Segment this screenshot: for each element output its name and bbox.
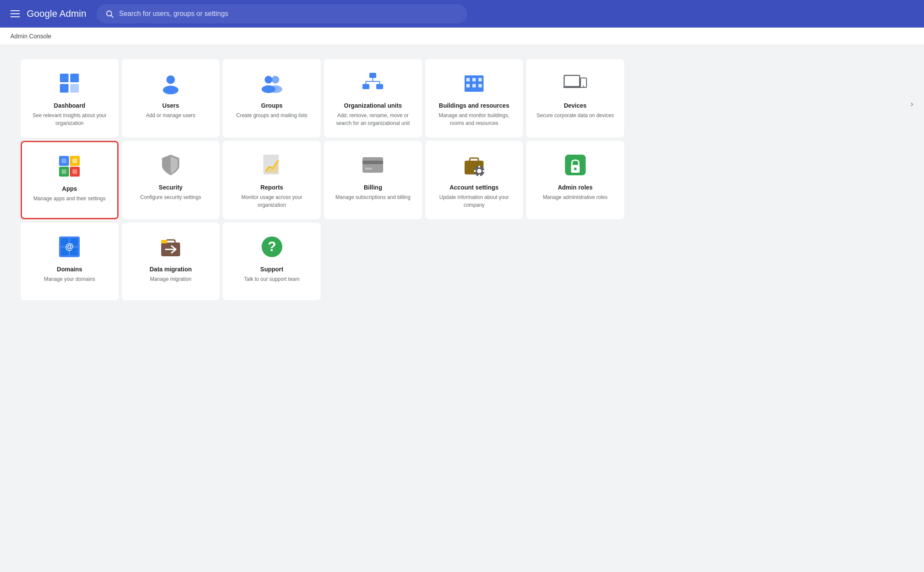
account-settings-icon bbox=[462, 153, 486, 177]
card-billing[interactable]: Billing Manage subscriptions and billing bbox=[324, 141, 422, 219]
svg-rect-49 bbox=[474, 170, 476, 172]
dashboard-icon bbox=[57, 71, 81, 95]
svg-rect-20 bbox=[466, 78, 470, 81]
dashboard-desc: See relevant insights about your organiz… bbox=[28, 112, 112, 127]
svg-rect-41 bbox=[362, 161, 383, 164]
svg-rect-61 bbox=[166, 240, 175, 244]
svg-rect-63 bbox=[161, 240, 167, 243]
svg-rect-14 bbox=[376, 84, 383, 89]
svg-rect-5 bbox=[70, 84, 79, 93]
users-icon bbox=[159, 71, 183, 95]
groups-title: Groups bbox=[261, 102, 283, 109]
devices-icon bbox=[563, 71, 587, 95]
security-title: Security bbox=[159, 184, 182, 191]
card-support[interactable]: ? Support Talk to our support team bbox=[223, 223, 321, 300]
svg-rect-48 bbox=[478, 174, 480, 176]
billing-icon bbox=[361, 153, 385, 177]
devices-desc: Secure corporate data on devices bbox=[537, 112, 614, 119]
svg-rect-34 bbox=[62, 159, 66, 163]
card-groups[interactable]: Groups Create groups and mailing lists bbox=[223, 59, 321, 137]
card-reports[interactable]: Reports Monitor usage across your organi… bbox=[223, 141, 321, 219]
support-icon: ? bbox=[260, 235, 284, 259]
org-units-icon bbox=[361, 71, 385, 95]
users-title: Users bbox=[162, 102, 179, 109]
account-settings-desc: Update information about your company bbox=[432, 193, 516, 209]
apps-icon bbox=[57, 154, 81, 178]
buildings-title: Buildings and resources bbox=[439, 102, 509, 109]
svg-rect-2 bbox=[60, 74, 69, 82]
data-migration-title: Data migration bbox=[150, 266, 192, 273]
security-icon bbox=[159, 153, 183, 177]
logo: Google Admin bbox=[27, 8, 86, 19]
svg-rect-23 bbox=[466, 84, 470, 87]
card-data-migration[interactable]: Data migration Manage migration bbox=[122, 223, 220, 300]
menu-button[interactable] bbox=[10, 10, 20, 17]
org-units-desc: Add, remove, rename, move or search for … bbox=[331, 112, 415, 127]
search-bar[interactable]: Search for users, groups or settings bbox=[97, 4, 467, 23]
svg-rect-13 bbox=[362, 84, 369, 89]
svg-point-9 bbox=[272, 76, 279, 84]
svg-point-8 bbox=[265, 76, 272, 84]
svg-text:@: @ bbox=[66, 242, 74, 251]
svg-point-53 bbox=[574, 168, 577, 170]
breadcrumb: Admin Console bbox=[10, 33, 51, 40]
svg-rect-3 bbox=[70, 74, 79, 82]
card-admin-roles[interactable]: Admin roles Manage administrative roles bbox=[526, 141, 624, 219]
svg-rect-19 bbox=[465, 75, 484, 92]
svg-rect-12 bbox=[369, 73, 376, 78]
apps-desc: Manage apps and their settings bbox=[34, 195, 106, 202]
svg-point-6 bbox=[166, 75, 175, 84]
svg-rect-26 bbox=[564, 75, 580, 87]
svg-rect-42 bbox=[365, 168, 372, 170]
card-security[interactable]: Security Configure security settings bbox=[122, 141, 220, 219]
svg-line-1 bbox=[111, 16, 113, 18]
card-domains[interactable]: @ Domains Manage your domains bbox=[21, 223, 119, 300]
users-desc: Add or manage users bbox=[146, 112, 196, 119]
svg-point-11 bbox=[268, 85, 282, 93]
card-dashboard[interactable]: Dashboard See relevant insights about yo… bbox=[21, 59, 119, 137]
account-settings-title: Account settings bbox=[450, 184, 499, 191]
svg-rect-50 bbox=[483, 170, 484, 172]
card-devices[interactable]: Devices Secure corporate data on devices bbox=[526, 59, 624, 137]
data-migration-desc: Manage migration bbox=[150, 275, 191, 283]
svg-point-29 bbox=[583, 86, 584, 87]
search-icon bbox=[105, 9, 114, 18]
data-migration-icon bbox=[159, 235, 183, 259]
card-org-units[interactable]: Organizational units Add, remove, rename… bbox=[324, 59, 422, 137]
search-placeholder-text: Search for users, groups or settings bbox=[119, 10, 228, 18]
support-desc: Talk to our support team bbox=[244, 275, 300, 283]
domains-title: Domains bbox=[57, 266, 82, 273]
apps-title: Apps bbox=[62, 185, 77, 192]
reports-icon bbox=[260, 153, 284, 177]
svg-rect-22 bbox=[478, 78, 482, 81]
sub-header: Admin Console bbox=[0, 28, 924, 45]
card-account-settings[interactable]: Account settings Update information abou… bbox=[425, 141, 523, 219]
devices-title: Devices bbox=[564, 102, 587, 109]
reports-title: Reports bbox=[260, 184, 283, 191]
svg-rect-25 bbox=[478, 84, 482, 87]
groups-icon bbox=[260, 71, 284, 95]
dashboard-title: Dashboard bbox=[54, 102, 85, 109]
svg-rect-4 bbox=[60, 84, 69, 93]
org-units-title: Organizational units bbox=[344, 102, 402, 109]
main-content: › Dashboard See relevant insights about … bbox=[0, 45, 924, 314]
card-apps[interactable]: Apps Manage apps and their settings bbox=[21, 141, 119, 219]
svg-text:?: ? bbox=[268, 239, 276, 254]
cards-row-3: @ Domains Manage your domains bbox=[21, 223, 624, 300]
admin-roles-desc: Manage administrative roles bbox=[543, 193, 608, 201]
svg-point-7 bbox=[163, 86, 178, 94]
chevron-right-button[interactable]: › bbox=[905, 97, 919, 111]
svg-rect-24 bbox=[472, 84, 476, 87]
svg-rect-35 bbox=[72, 159, 77, 163]
reports-desc: Monitor usage across your organization bbox=[230, 193, 314, 209]
svg-point-46 bbox=[477, 169, 481, 173]
domains-icon: @ bbox=[57, 235, 81, 259]
security-desc: Configure security settings bbox=[140, 193, 201, 201]
card-users[interactable]: Users Add or manage users bbox=[122, 59, 220, 137]
card-buildings[interactable]: Buildings and resources Manage and monit… bbox=[425, 59, 523, 137]
cards-row-2: Apps Manage apps and their settings Secu… bbox=[21, 141, 624, 219]
groups-desc: Create groups and mailing lists bbox=[236, 112, 307, 119]
header: Google Admin Search for users, groups or… bbox=[0, 0, 924, 28]
buildings-icon bbox=[462, 71, 486, 95]
svg-rect-40 bbox=[362, 157, 383, 173]
